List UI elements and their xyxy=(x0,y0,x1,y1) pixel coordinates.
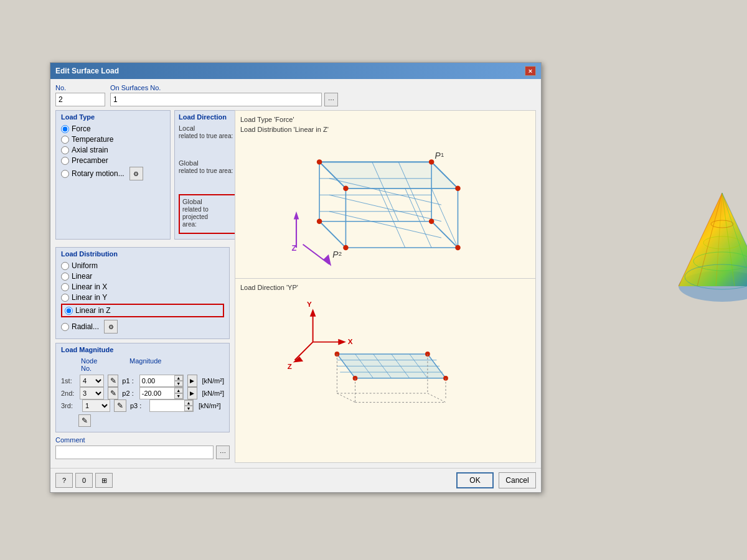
dialog-footer: ? 0 ⊞ OK Cancel xyxy=(50,468,541,492)
value-button[interactable]: 0 xyxy=(75,473,93,488)
mag-node-1-pick[interactable]: ✎ xyxy=(108,375,118,387)
mag-input-group-2: ▲ ▼ xyxy=(139,387,184,399)
svg-text:Y: Y xyxy=(307,300,312,308)
dist-linear-z-radio[interactable] xyxy=(65,307,73,315)
svg-point-61 xyxy=(679,271,747,302)
magnitude-header-label: Magnitude xyxy=(129,357,161,372)
mag-spin-up-2[interactable]: ▲ xyxy=(174,388,183,393)
dist-linear-z-label: Linear in Z xyxy=(75,306,111,315)
svg-point-24 xyxy=(343,245,348,250)
mag-order-3: 3rd: xyxy=(61,402,78,409)
load-type-rotary[interactable]: Rotary motion... xyxy=(61,169,125,178)
dist-radial-row: Radial... ⚙ xyxy=(61,320,224,334)
mag-value-1[interactable] xyxy=(140,375,174,386)
mag-input-group-3: ▲ ▼ xyxy=(149,399,194,412)
surfaces-browse-button[interactable]: ⋯ xyxy=(324,93,338,106)
mag-order-header xyxy=(61,357,78,372)
rotary-settings-button[interactable]: ⚙ xyxy=(129,167,143,180)
mag-arrow-1[interactable]: ▶ xyxy=(187,375,197,387)
mag-spin-down-1[interactable]: ▼ xyxy=(174,381,183,386)
load-type-axial-radio[interactable] xyxy=(61,146,69,154)
close-button[interactable]: × xyxy=(525,66,536,76)
dist-linear-label: Linear xyxy=(72,272,92,281)
load-type-rotary-label: Rotary motion... xyxy=(72,169,125,178)
svg-marker-4 xyxy=(319,162,458,188)
edit-surface-load-dialog: Edit Surface Load × No. On Surfaces No. … xyxy=(50,62,542,493)
load-type-force-radio[interactable] xyxy=(61,125,69,133)
mag-spin-up-3[interactable]: ▲ xyxy=(184,400,193,406)
dist-linear-radio[interactable] xyxy=(61,273,69,281)
svg-line-16 xyxy=(431,189,458,248)
dist-linear[interactable]: Linear xyxy=(61,272,224,281)
mag-p3-label: p3 : xyxy=(130,402,146,409)
desktop: Edit Surface Load × No. On Surfaces No. … xyxy=(0,0,747,560)
no-input[interactable] xyxy=(55,93,105,106)
p1-text: P xyxy=(435,151,441,161)
mag-spinner-1: ▲ ▼ xyxy=(174,375,183,386)
mag-p-header xyxy=(111,357,127,372)
load-type-title: Load Type xyxy=(61,113,165,121)
load-type-rotary-row: Rotary motion... ⚙ xyxy=(61,167,165,180)
svg-line-66 xyxy=(722,193,735,286)
mag-spin-up-1[interactable]: ▲ xyxy=(174,375,183,381)
dist-radial-option[interactable]: Radial... xyxy=(61,322,99,331)
mag-node-2-select[interactable]: 341 xyxy=(80,387,104,399)
dist-uniform-radio[interactable] xyxy=(61,262,69,270)
mag-node-3-pick[interactable]: ✎ xyxy=(114,399,126,412)
mag-node-1-select[interactable]: 431 xyxy=(80,375,104,387)
svg-point-18 xyxy=(429,159,434,164)
dist-linear-y-radio[interactable] xyxy=(61,294,69,302)
dist-linear-x-radio[interactable] xyxy=(61,283,69,291)
ok-button[interactable]: OK xyxy=(456,472,494,488)
svg-point-22 xyxy=(429,218,434,223)
svg-point-70 xyxy=(703,236,741,249)
load-type-rotary-radio[interactable] xyxy=(61,170,69,178)
mag-spin-down-2[interactable]: ▼ xyxy=(174,393,183,399)
mag-extra-button[interactable]: ✎ xyxy=(78,414,91,427)
mag-value-2[interactable] xyxy=(140,388,174,399)
svg-line-59 xyxy=(337,393,355,403)
mag-node-2-pick[interactable]: ✎ xyxy=(108,387,118,399)
settings-button[interactable]: ⊞ xyxy=(95,473,113,488)
comment-browse-button[interactable]: ⋯ xyxy=(216,446,230,459)
mag-node-3-select[interactable]: 134 xyxy=(82,399,110,412)
magnitude-row-2: 2nd: 341 ✎ p2 : ▲ ▼ xyxy=(61,387,224,399)
svg-marker-31 xyxy=(323,254,331,266)
svg-line-64 xyxy=(697,193,722,286)
dist-linear-y[interactable]: Linear in Y xyxy=(61,293,224,302)
load-type-force[interactable]: Force xyxy=(61,124,165,133)
dialog-titlebar: Edit Surface Load × xyxy=(50,63,541,79)
viz-top-label1: Load Type 'Force' xyxy=(240,116,530,123)
mag-arrow-2[interactable]: ▶ xyxy=(187,387,197,399)
svg-text:X: X xyxy=(348,337,353,345)
load-type-section: Load Type Force Temperature xyxy=(55,110,171,240)
mag-value-3[interactable] xyxy=(150,400,184,411)
top-fields-row: No. On Surfaces No. ⋯ xyxy=(55,84,536,106)
load-type-axial[interactable]: Axial strain xyxy=(61,146,165,154)
comment-input[interactable] xyxy=(55,446,214,459)
svg-point-21 xyxy=(317,218,322,223)
load-type-precamber[interactable]: Precamber xyxy=(61,156,165,165)
svg-line-65 xyxy=(716,193,722,286)
dist-linear-z-highlighted: Linear in Z xyxy=(61,304,224,317)
local-label: Local related to true area: xyxy=(179,124,233,139)
dist-radial-radio[interactable] xyxy=(61,323,69,331)
load-type-temperature-radio[interactable] xyxy=(61,136,69,144)
viz-top-diagram: P 1 P 2 Z xyxy=(240,136,530,281)
load-type-temperature[interactable]: Temperature xyxy=(61,135,165,144)
radial-settings-button[interactable]: ⚙ xyxy=(104,320,118,334)
load-distribution-section: Load Distribution Uniform Linear Linear … xyxy=(55,247,230,339)
dist-uniform[interactable]: Uniform xyxy=(61,261,224,270)
help-button[interactable]: ? xyxy=(55,473,73,488)
mag-spin-down-3[interactable]: ▼ xyxy=(184,406,193,411)
load-type-precamber-radio[interactable] xyxy=(61,157,69,165)
dist-linear-x[interactable]: Linear in X xyxy=(61,282,224,291)
right-3d-svg: 20.00 20.00 xyxy=(666,174,747,336)
no-label: No. xyxy=(55,84,105,91)
dist-uniform-label: Uniform xyxy=(72,261,98,270)
mag-p1-label: p1 : xyxy=(122,377,135,385)
svg-point-71 xyxy=(693,252,747,271)
svg-point-69 xyxy=(711,220,733,228)
cancel-button[interactable]: Cancel xyxy=(499,472,536,488)
surfaces-input[interactable] xyxy=(110,93,322,106)
